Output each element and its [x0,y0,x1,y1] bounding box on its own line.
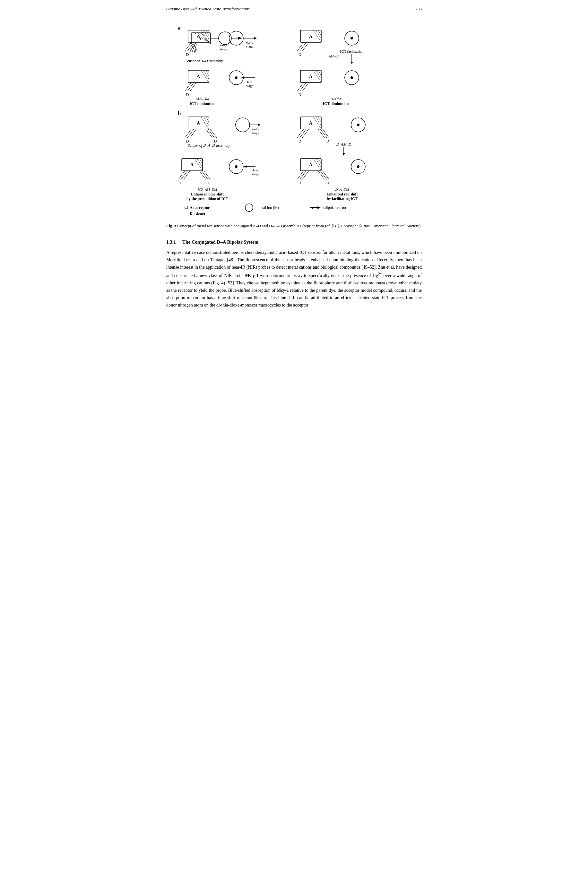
legend-metal-text: : metal ion (M) [255,206,279,210]
svg-line-76 [184,171,190,179]
svg-line-75 [181,171,188,179]
legend-dipolar-head-l [310,206,313,209]
mcy1-bold: MCy-1 [245,273,258,278]
circle-dad-empty [236,118,250,132]
stage-label-2: stage [246,84,254,88]
metal-md-am-dm [235,165,237,168]
enhanced-blue-label2: by the prohibition of ICT [186,196,228,201]
svg-line-43 [204,117,209,126]
svg-line-6 [185,42,191,51]
svg-line-57 [316,117,321,126]
arrow-head-l2 [242,76,244,79]
mol-A-OM: A D [297,70,321,97]
svg-text:A: A [197,34,200,39]
metal-d-a-dm [357,165,360,168]
figure-svg: a A D early stage [172,21,416,219]
mol-MA-D: A D [297,30,321,57]
svg-text:D: D [186,93,189,97]
svg-line-22 [201,70,209,82]
early-stage-b-1: early [252,127,259,131]
d-am-d-label: D–AM–D [336,142,351,147]
svg-line-13 [316,30,321,39]
svg-text:A: A [309,121,313,126]
svg-line-37 [300,82,306,91]
svg-line-85 [316,159,321,168]
legend-dipolar-head-r [317,206,321,209]
svg-line-61 [300,129,306,138]
svg-line-36 [297,82,304,91]
header-title: Organic Dyes with Excited-State Transfor… [166,6,250,12]
svg-line-38 [302,82,309,91]
ict-arrow-head [351,62,353,64]
svg-line-74 [178,171,185,179]
arrow-head-lb [244,165,246,168]
metal-dot-tr [351,37,353,39]
ma-d-label: MA–D [328,54,339,58]
svg-line-16 [297,42,304,51]
ict-dim-1-label: ICT diminution [190,101,216,106]
stage-b-2: stage [252,172,260,176]
ict-dim-2-label: ICT diminution [323,101,349,106]
sensor-ad-label: Sensor of A–D assembly [186,59,223,63]
dad-arrow-head [342,153,345,156]
legend-rect-a [185,206,188,208]
mol-D-AM-D: A D D [297,117,329,144]
mol-D-A-DM: A D D [297,159,329,185]
svg-text:D: D [326,139,329,144]
svg-line-71 [197,159,202,168]
section-number: 1.3.1 [166,240,176,245]
legend-a-text: A : acceptor [190,206,210,210]
svg-line-33 [316,70,321,79]
figure-3: a A D early stage [166,17,422,232]
stage-b-1: stage [252,131,260,135]
body-text: A representative case demonstrated here … [166,249,422,309]
svg-text:D: D [298,52,302,57]
label-stage-top: stage [220,47,227,51]
svg-line-84 [313,159,321,171]
svg-text:A: A [309,34,313,39]
svg-text:D: D [298,93,302,97]
stage-label-1: stage [246,44,254,48]
mol-MA-DM: A D [185,70,209,97]
svg-text:D: D [298,181,302,185]
svg-line-62 [302,129,309,138]
ma-dm-label: MA–DM [195,97,210,101]
metal-d-am-d [357,124,360,126]
svg-line-88 [297,171,304,179]
svg-line-48 [190,129,196,138]
svg-line-42 [201,117,209,129]
mol-MD-AM-DM: A D D [178,159,210,185]
svg-line-56 [313,117,321,129]
arrow-head-r1 [254,37,257,39]
legend-circle [245,204,253,212]
svg-text:A: A [190,162,194,167]
svg-line-60 [297,129,304,138]
svg-line-32 [313,70,321,82]
early-stage-label-1: early [246,40,253,44]
svg-text:A: A [309,74,313,79]
svg-text:D: D [186,139,189,144]
svg-text:A: A [197,74,200,79]
page-number: 233 [416,6,422,12]
metal-a-om [351,76,353,79]
svg-text:D: D [186,52,189,57]
svg-line-23 [204,70,209,79]
legend-d-text: D : donor [190,211,206,216]
enhanced-red-label1: Enhanced red shift [326,192,357,196]
legend-dipolar-text: : dipolar vector [323,206,346,210]
hatch2 [204,33,210,39]
svg-text:D: D [180,181,183,185]
mol-sensor-DAD-left: A D D [185,117,217,144]
svg-line-18 [302,42,309,51]
enhanced-red-label2: by facilitating ICT [327,196,357,201]
svg-line-27 [188,82,194,91]
label-early-stage-top: early [220,43,227,47]
figure-caption: Fig. 3 Concept of metal ion sensor with … [166,223,422,229]
d-a-dm-label: D–A–DM [335,188,350,191]
hg-superscript: 2+ [378,272,382,276]
circle-top-left [219,32,231,45]
svg-line-70 [195,159,202,171]
ict-facilitation-label: ICT facilitation [340,50,364,53]
sensor-dad-label: Sensor of D–A–D assembly [188,143,230,148]
late-stage-label: late [247,80,252,84]
